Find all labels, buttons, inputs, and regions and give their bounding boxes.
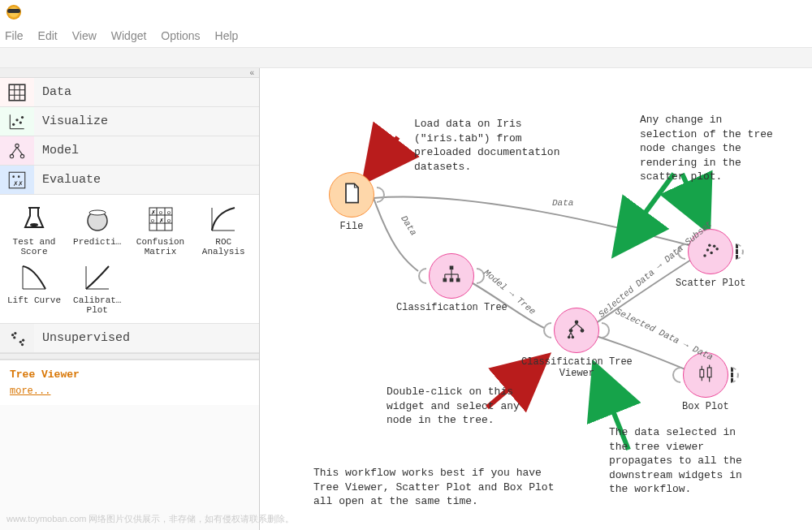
- annotation: This workflow works best if you have Tre…: [313, 466, 557, 509]
- svg-text:✗: ✗: [159, 218, 164, 223]
- svg-point-43: [11, 334, 13, 336]
- node-classification-tree-viewer[interactable]: Classification Tree Viewer: [521, 308, 633, 379]
- svg-line-71: [571, 333, 572, 337]
- svg-line-70: [569, 333, 571, 337]
- description-title: Tree Viewer: [10, 368, 249, 381]
- svg-line-68: [571, 324, 577, 329]
- evaluate-icon: ✗✗: [0, 166, 34, 194]
- svg-line-51: [617, 174, 674, 251]
- box-plot-icon: [694, 362, 717, 388]
- menu-widget[interactable]: Widget: [111, 29, 147, 42]
- svg-rect-57: [456, 278, 460, 282]
- svg-point-64: [569, 329, 573, 333]
- tree-icon: [440, 263, 463, 289]
- widget-predictions[interactable]: Predicti…: [68, 203, 127, 256]
- widget-lift-curve[interactable]: Lift Curve: [5, 261, 63, 315]
- output-socket[interactable]: [731, 367, 739, 383]
- menu-file[interactable]: File: [5, 29, 24, 42]
- svg-point-75: [713, 245, 716, 248]
- category-data[interactable]: Data: [0, 78, 259, 107]
- scatter-plot-icon: [699, 239, 722, 265]
- file-icon: [340, 182, 363, 208]
- svg-text:✗: ✗: [18, 179, 24, 187]
- category-unsupervised[interactable]: Unsupervised: [0, 324, 259, 353]
- category-label: Evaluate: [34, 173, 101, 187]
- annotation: The data selected in the tree viewer pro…: [609, 425, 755, 497]
- node-file[interactable]: File: [329, 172, 374, 232]
- scatter-icon: [0, 107, 34, 136]
- widget-calibration-plot[interactable]: Calibrat… Plot: [68, 261, 127, 315]
- output-socket[interactable]: [602, 322, 610, 338]
- svg-line-69: [577, 324, 582, 329]
- category-label: Data: [34, 85, 71, 99]
- output-socket[interactable]: [377, 187, 385, 203]
- widget-test-and-score[interactable]: Test and Score: [5, 203, 63, 256]
- svg-point-72: [703, 254, 706, 257]
- svg-rect-54: [450, 266, 454, 270]
- svg-point-22: [30, 223, 38, 226]
- node-label: Classification Tree: [396, 302, 508, 313]
- svg-point-47: [21, 338, 24, 341]
- widget-label: Predicti…: [73, 237, 121, 247]
- tree-icon: [0, 136, 34, 165]
- widget-confusion-matrix[interactable]: ✗ooo✗o Confusion Matrix: [132, 203, 190, 256]
- menu-options[interactable]: Options: [161, 29, 200, 42]
- workflow-canvas[interactable]: File Classification Tree Classification …: [260, 68, 812, 530]
- edge-label: Data: [399, 214, 418, 238]
- widget-label: Confusion Matrix: [136, 237, 184, 256]
- menu-edit[interactable]: Edit: [38, 29, 58, 42]
- svg-point-18: [17, 175, 19, 178]
- svg-point-63: [575, 321, 579, 325]
- svg-point-48: [20, 343, 23, 346]
- svg-rect-0: [9, 84, 25, 101]
- svg-rect-55: [443, 278, 447, 282]
- menubar: File Edit View Widget Options Help: [0, 24, 812, 47]
- node-label: File: [329, 221, 374, 232]
- grid-icon: [0, 78, 34, 106]
- annotation: Any change in selection of the tree node…: [640, 113, 778, 184]
- widget-label: Lift Curve: [7, 295, 61, 305]
- svg-point-12: [10, 154, 13, 157]
- svg-line-14: [11, 147, 17, 154]
- toolbar-spacer: [0, 47, 812, 68]
- category-label: Visualize: [34, 114, 108, 128]
- menu-view[interactable]: View: [72, 29, 97, 42]
- node-box-plot[interactable]: Box Plot: [682, 352, 729, 412]
- svg-point-9: [19, 121, 21, 123]
- output-socket[interactable]: [736, 243, 744, 260]
- annotation: Double-click on this widget and select a…: [387, 385, 525, 428]
- svg-point-24: [89, 210, 106, 215]
- cluster-icon: [0, 324, 34, 352]
- widget-roc-analysis[interactable]: ROC Analysis: [194, 203, 253, 256]
- node-label: Scatter Plot: [676, 278, 745, 289]
- svg-point-11: [15, 144, 18, 147]
- widget-label: Test and Score: [13, 237, 56, 256]
- category-label: Model: [34, 144, 79, 157]
- tree-viewer-icon: [565, 317, 588, 343]
- input-socket[interactable]: [543, 322, 551, 338]
- widget-label: ROC Analysis: [202, 237, 245, 256]
- category-visualize[interactable]: Visualize: [0, 107, 259, 136]
- input-socket[interactable]: [672, 367, 680, 383]
- svg-point-17: [12, 175, 15, 178]
- svg-point-13: [20, 154, 24, 157]
- svg-point-8: [15, 118, 18, 121]
- svg-point-10: [20, 115, 23, 118]
- category-evaluate[interactable]: ✗✗ Evaluate: [0, 166, 259, 195]
- svg-rect-78: [700, 369, 704, 377]
- svg-rect-81: [707, 368, 711, 377]
- svg-point-45: [13, 336, 15, 338]
- category-model[interactable]: Model: [0, 136, 259, 166]
- menu-help[interactable]: Help: [215, 29, 239, 42]
- svg-text:o: o: [167, 209, 171, 215]
- svg-rect-56: [450, 278, 454, 282]
- sidebar-collapse[interactable]: «: [0, 68, 259, 78]
- svg-line-15: [17, 147, 23, 154]
- description-more-link[interactable]: more...: [10, 386, 249, 397]
- svg-point-65: [581, 329, 585, 333]
- input-socket[interactable]: [418, 268, 426, 284]
- svg-text:o: o: [151, 218, 154, 223]
- sidebar: « Data Visualize Model ✗✗ Evaluate: [0, 68, 260, 530]
- titlebar: [0, 0, 812, 24]
- svg-point-44: [14, 332, 16, 334]
